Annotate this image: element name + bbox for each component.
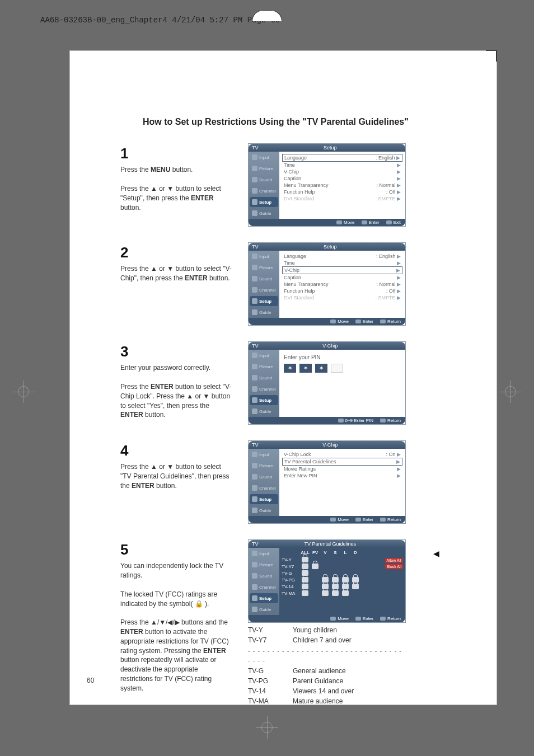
step-5-graphics: TV TV Parental Guidelines Input Picture … bbox=[248, 539, 406, 706]
osd-hint-return: Return bbox=[380, 319, 401, 324]
legend-desc: General audience bbox=[293, 666, 346, 676]
osd-movie-ratings: Movie Ratings▶ bbox=[284, 466, 401, 472]
step-4: 4 Press the ▲ or ▼ button to select "TV … bbox=[120, 440, 418, 524]
t: button. bbox=[170, 166, 193, 173]
osd-vchip-menu: TV V-Chip Input Picture Sound Channel Se… bbox=[248, 440, 406, 524]
osd-footer: 0~9 Enter PIN Return bbox=[249, 417, 405, 424]
step-5: 5 You can independently lock the TV rati… bbox=[120, 539, 418, 706]
osd-tab-list: Input Picture Sound Channel Setup Guide bbox=[249, 449, 279, 516]
osd-title: V-Chip bbox=[322, 343, 338, 349]
osd-header: TV Setup bbox=[249, 243, 405, 251]
doc-header-line: AA68-03263B-00_eng_Chapter4 4/21/04 5:27… bbox=[40, 16, 280, 25]
osd-setup-2: TV Setup Input Picture Sound Channel Set… bbox=[248, 242, 406, 326]
legend-desc: Parent Guidance bbox=[293, 676, 343, 686]
osd-vchip-lock: V-Chip Lock: On ▶ bbox=[284, 451, 401, 458]
osd-hint-enter: Enter bbox=[355, 616, 373, 621]
t: ENTER bbox=[120, 628, 143, 636]
grid-header: ALLFVVSLD bbox=[282, 550, 403, 556]
crop-tick bbox=[486, 50, 497, 51]
step-2-text: 2 Press the ▲ or ▼ button to select "V-C… bbox=[120, 242, 232, 283]
osd-tab-sound: Sound bbox=[250, 274, 278, 284]
osd-tab-sound: Sound bbox=[250, 175, 278, 185]
osd-hint-return: Return bbox=[380, 418, 401, 423]
allow-all-button: Allow All bbox=[385, 558, 403, 563]
osd-tab-channel: Channel bbox=[250, 582, 278, 592]
osd-tab-input: Input bbox=[250, 548, 278, 558]
step-number-2: 2 bbox=[120, 242, 232, 262]
step-1: 1 Press the MENU button. Press the ▲ or … bbox=[120, 143, 418, 227]
osd-hint-enter: Enter bbox=[355, 319, 373, 324]
t: You can independently lock the TV rating… bbox=[120, 561, 232, 580]
osd-tv-label: TV bbox=[252, 343, 259, 349]
osd-item-vchip: V-Chip▶ bbox=[284, 168, 401, 175]
osd-tab-picture: Picture bbox=[250, 560, 278, 570]
osd-hint-enter: Enter bbox=[362, 220, 380, 225]
lock-icon bbox=[342, 590, 349, 596]
step-3-text: 3 Enter your password correctly. Press t… bbox=[120, 341, 232, 420]
step-2: 2 Press the ▲ or ▼ button to select "V-C… bbox=[120, 242, 418, 326]
step-number-5: 5 bbox=[120, 539, 232, 560]
osd-footer: Move Enter Return bbox=[249, 516, 405, 523]
osd-tab-guide: Guide bbox=[250, 406, 278, 416]
legend-code: TV-MA bbox=[248, 696, 279, 706]
osd-item-caption: Caption▶ bbox=[284, 175, 401, 182]
osd-item-vchip: V-Chip▶ bbox=[282, 266, 402, 274]
t: Press the bbox=[120, 166, 151, 173]
t: button. bbox=[143, 411, 166, 419]
page-title: How to Set up Restrictions Using the "TV… bbox=[143, 117, 463, 127]
t: button repeatedly will activate or deact… bbox=[120, 656, 216, 692]
t: button. bbox=[154, 482, 177, 490]
t: Press the bbox=[120, 383, 151, 391]
osd-tab-sound: Sound bbox=[250, 472, 278, 482]
grid-row-tvma: TV-MA bbox=[282, 590, 403, 597]
osd-item-dvi-standard: DVI Standard: SMPTE ▶ bbox=[284, 195, 401, 202]
pin-digit-1: ✶ bbox=[284, 364, 296, 373]
osd-item-menu-transparency: Menu Transparency: Normal ▶ bbox=[284, 182, 401, 189]
step-number-1: 1 bbox=[120, 143, 232, 163]
t: MENU bbox=[151, 166, 170, 173]
rating-legend: TV-YYoung children TV-Y7Children 7 and o… bbox=[248, 625, 406, 706]
lock-icon bbox=[302, 590, 308, 596]
osd-footer: Move Enter Return bbox=[249, 615, 405, 622]
osd-hint-move: Move bbox=[336, 220, 355, 225]
legend-code: TV-G bbox=[248, 666, 279, 676]
osd-header: TV V-Chip bbox=[249, 342, 405, 350]
osd-tab-sound: Sound bbox=[250, 373, 278, 383]
osd-tab-channel: Channel bbox=[250, 285, 278, 295]
osd-tab-list: Input Picture Sound Channel Setup Guide bbox=[249, 152, 279, 219]
osd-item-function-help: Function Help: Off ▶ bbox=[284, 288, 401, 294]
osd-hint-return: Return bbox=[380, 616, 401, 621]
legend-desc: Mature audience bbox=[293, 696, 343, 706]
osd-tab-input: Input bbox=[250, 449, 278, 459]
osd-item-function-help: Function Help: Off ▶ bbox=[284, 189, 401, 195]
step-4-text: 4 Press the ▲ or ▼ button to select "TV … bbox=[120, 440, 232, 491]
t: ENTER bbox=[191, 194, 214, 202]
osd-enter-new-pin: Enter New PIN▶ bbox=[284, 472, 401, 479]
osd-tab-list: Input Picture Sound Channel Setup Guide bbox=[249, 251, 279, 318]
osd-item-language: Language: English ▶ bbox=[284, 253, 401, 260]
osd-tab-channel: Channel bbox=[250, 384, 278, 394]
osd-item-caption: Caption▶ bbox=[284, 274, 401, 281]
osd-hint-exit: Exit bbox=[386, 220, 401, 225]
osd-footer: Move Enter Return bbox=[249, 318, 405, 325]
page-side-triangle-icon: ◀ bbox=[433, 549, 439, 558]
ratings-grid: ALLFVVSLD TV-Y TV-Y7 TV-G TV-PG TV-14 TV… bbox=[279, 548, 405, 615]
osd-tab-sound: Sound bbox=[250, 571, 278, 581]
osd-tab-input: Input bbox=[250, 152, 278, 162]
osd-tab-input: Input bbox=[250, 251, 278, 261]
osd-tv-label: TV bbox=[252, 541, 259, 547]
t: ENTER bbox=[151, 383, 174, 391]
legend-desc: Viewers 14 and over bbox=[293, 686, 354, 696]
osd-tab-setup: Setup bbox=[250, 395, 278, 405]
osd-tab-guide: Guide bbox=[250, 505, 278, 515]
osd-tab-guide: Guide bbox=[250, 307, 278, 317]
lock-icon bbox=[322, 590, 329, 596]
step-1-text: 1 Press the MENU button. Press the ▲ or … bbox=[120, 143, 232, 212]
crop-curve bbox=[252, 10, 282, 21]
osd-item-language: Language: English ▶ bbox=[282, 154, 402, 162]
osd-title: Setup bbox=[324, 145, 337, 151]
osd-guidelines: TV TV Parental Guidelines Input Picture … bbox=[248, 539, 406, 623]
osd-tab-picture: Picture bbox=[250, 163, 278, 173]
osd-hint-move: Move bbox=[330, 616, 349, 621]
osd-tab-setup: Setup bbox=[250, 197, 278, 207]
